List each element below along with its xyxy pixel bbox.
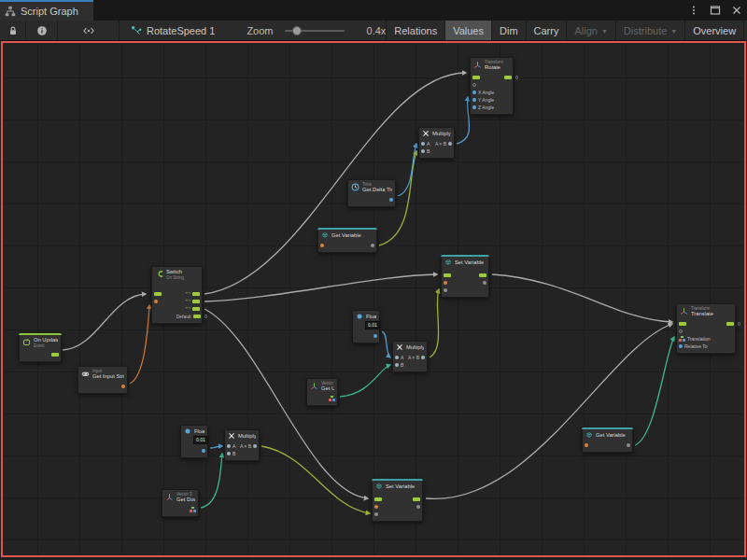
value-port[interactable] — [585, 443, 588, 447]
zoom-slider[interactable] — [285, 30, 345, 32]
value-port[interactable] — [679, 344, 683, 348]
flow-port[interactable] — [193, 315, 201, 318]
view-button-overview[interactable]: Overview — [684, 21, 743, 40]
node-float-bottom[interactable]: Float0.01 — [180, 425, 208, 458]
flow-port[interactable] — [192, 292, 200, 296]
flow-port[interactable] — [479, 273, 486, 277]
vector3-port[interactable] — [190, 507, 196, 512]
flow-port[interactable] — [504, 76, 512, 79]
flow-port[interactable] — [726, 322, 734, 326]
node-header: Float — [181, 426, 207, 436]
value-port[interactable] — [227, 444, 231, 448]
graph-reference-label: RotateSpeed 1 — [147, 25, 215, 36]
flow-port[interactable] — [413, 497, 420, 501]
node-body — [181, 445, 207, 457]
node-multiply-bottom[interactable]: MultiplyAA × BB — [224, 429, 260, 461]
value-port[interactable] — [679, 329, 683, 333]
tab-script-graph[interactable]: Script Graph — [0, 0, 93, 21]
node-set-variable-top[interactable]: Set Variable — [441, 255, 489, 298]
input-port-group — [472, 83, 476, 87]
view-button-align[interactable]: Align▼ — [566, 21, 614, 40]
node-get-variable-top[interactable]: Get Variable — [317, 228, 377, 253]
node-vector3-get-up[interactable]: Vector 3Get Up — [306, 378, 338, 406]
inspect-button[interactable] — [26, 21, 58, 40]
node-title: Get Variable — [596, 432, 626, 439]
zoom-slider-handle[interactable] — [292, 26, 302, 35]
lock-button[interactable] — [0, 21, 26, 40]
flow-port[interactable] — [192, 307, 200, 311]
value-port[interactable] — [371, 244, 374, 247]
flow-port[interactable] — [51, 353, 59, 357]
insert-node-button[interactable] — [58, 21, 120, 40]
port-label: " " — [186, 291, 190, 297]
node-body: AA × BB — [225, 441, 259, 460]
vector3-port[interactable] — [679, 336, 685, 342]
value-port[interactable] — [472, 91, 476, 94]
value-port[interactable] — [227, 452, 231, 455]
value-port[interactable] — [472, 83, 476, 87]
node-vector3-get-down[interactable]: Vector 3Get Down — [162, 489, 199, 517]
port-row: Y Angle — [471, 96, 513, 104]
output-port-group: Default — [176, 314, 200, 319]
node-float-mid[interactable]: Float0.01 — [352, 310, 380, 343]
value-port[interactable] — [627, 443, 630, 447]
value-input[interactable]: 0.01 — [193, 436, 208, 444]
menu-button[interactable] — [683, 0, 704, 21]
view-button-carry[interactable]: Carry — [526, 21, 567, 40]
value-port[interactable] — [395, 356, 399, 359]
node-get-delta-time[interactable]: TimeGet Delta Time — [347, 179, 396, 207]
value-port[interactable] — [253, 444, 257, 448]
flow-port[interactable] — [472, 76, 480, 79]
flow-port[interactable] — [154, 292, 162, 296]
value-port[interactable] — [121, 385, 125, 388]
value-port[interactable] — [374, 512, 378, 516]
close-button[interactable] — [726, 0, 747, 21]
value-input[interactable]: 0.01 — [365, 321, 380, 329]
value-port[interactable] — [444, 288, 447, 292]
port-row — [471, 74, 513, 81]
flow-port[interactable] — [374, 497, 382, 501]
connection-wire — [204, 309, 368, 498]
value-port[interactable] — [395, 363, 399, 367]
value-port[interactable] — [416, 505, 420, 509]
value-port[interactable] — [483, 281, 486, 285]
value-port[interactable] — [472, 105, 476, 109]
value-port[interactable] — [374, 334, 377, 338]
variable-icon — [585, 431, 593, 439]
graph-reference-button[interactable]: RotateSpeed 1 — [120, 21, 226, 40]
graph-canvas[interactable]: On UpdateEventInputGet Input StringSwitc… — [1, 41, 746, 557]
maximize-button[interactable] — [704, 0, 726, 21]
node-get-input-string[interactable]: InputGet Input String — [78, 366, 128, 394]
view-button-distribute[interactable]: Distribute▼ — [615, 21, 684, 40]
view-button-dim[interactable]: Dim — [491, 21, 526, 40]
node-set-variable-bottom[interactable]: Set Variable — [372, 479, 423, 522]
value-port[interactable] — [202, 449, 205, 453]
value-port[interactable] — [472, 98, 476, 102]
flow-port[interactable] — [679, 322, 686, 326]
flow-port[interactable] — [192, 300, 200, 303]
node-switch-on-string[interactable]: SwitchOn String" "" "" "Default — [151, 266, 203, 324]
vector3-port[interactable] — [329, 396, 335, 401]
value-port[interactable] — [444, 281, 447, 285]
value-port[interactable] — [421, 149, 425, 153]
flow-port[interactable] — [444, 273, 451, 277]
value-port[interactable] — [421, 356, 425, 359]
port-row — [373, 511, 422, 518]
value-port[interactable] — [154, 300, 158, 303]
value-port[interactable] — [389, 198, 393, 202]
value-port[interactable] — [448, 142, 452, 146]
value-port[interactable] — [320, 244, 324, 247]
value-port[interactable] — [421, 142, 425, 146]
value-port[interactable] — [374, 505, 378, 509]
node-translate[interactable]: TransformTranslateTranslationRelative To — [676, 303, 736, 354]
view-button-relations[interactable]: Relations — [386, 21, 444, 40]
view-button-full-screen[interactable]: Full Screen — [743, 21, 747, 40]
node-on-update[interactable]: On UpdateEvent — [19, 333, 62, 362]
view-button-values[interactable]: Values — [444, 21, 491, 40]
input-port-group — [444, 288, 447, 292]
node-get-variable-bottom[interactable]: Get Variable — [582, 427, 633, 453]
node-header: Set Variable — [442, 257, 488, 267]
node-rotate[interactable]: TransformRotateX AngleY AngleZ Angle — [470, 57, 514, 115]
node-multiply-mid[interactable]: MultiplyAA × BB — [392, 341, 428, 372]
node-multiply-top[interactable]: MultiplyAA × BB — [418, 127, 455, 159]
